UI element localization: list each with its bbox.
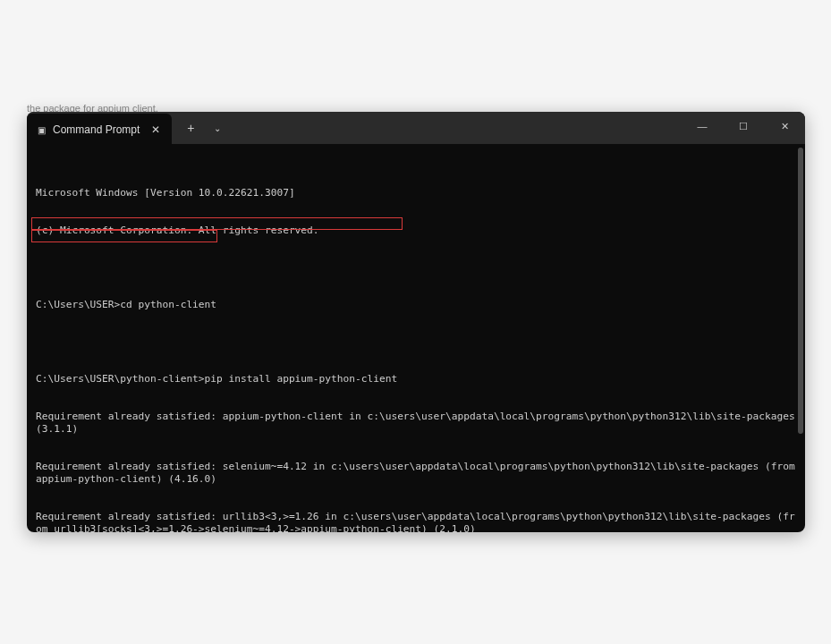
terminal-line: Requirement already satisfied: urllib3<3…: [36, 511, 796, 532]
cmd-icon: ▣: [38, 125, 46, 135]
minimize-button[interactable]: —: [682, 112, 723, 140]
terminal-window: ▣ Command Prompt ✕ + ⌄ — ☐ ✕ Microsoft W…: [27, 112, 805, 532]
terminal-line: Requirement already satisfied: appium-py…: [36, 411, 796, 436]
tab-close-button[interactable]: ✕: [147, 121, 165, 139]
titlebar[interactable]: ▣ Command Prompt ✕ + ⌄ — ☐ ✕: [27, 112, 805, 144]
tab-command-prompt[interactable]: ▣ Command Prompt ✕: [27, 114, 172, 146]
new-tab-button[interactable]: +: [177, 114, 204, 141]
tab-title: Command Prompt: [53, 123, 140, 136]
terminal-line: Microsoft Windows [Version 10.0.22621.30…: [36, 187, 796, 199]
terminal-line: Requirement already satisfied: selenium~…: [36, 461, 796, 486]
window-controls: — ☐ ✕: [682, 112, 805, 140]
terminal-blank: [36, 262, 796, 274]
tab-dropdown-button[interactable]: ⌄: [204, 114, 231, 141]
terminal-blank: [36, 336, 796, 348]
terminal-output[interactable]: Microsoft Windows [Version 10.0.22621.30…: [27, 144, 805, 532]
close-button[interactable]: ✕: [764, 112, 805, 140]
terminal-line: (c) Microsoft Corporation. All rights re…: [36, 225, 796, 237]
terminal-line: C:\Users\USER\python-client>pip install …: [36, 373, 796, 386]
terminal-line: C:\Users\USER>cd python-client: [36, 299, 796, 311]
scrollbar[interactable]: [798, 148, 803, 434]
maximize-button[interactable]: ☐: [723, 112, 764, 140]
